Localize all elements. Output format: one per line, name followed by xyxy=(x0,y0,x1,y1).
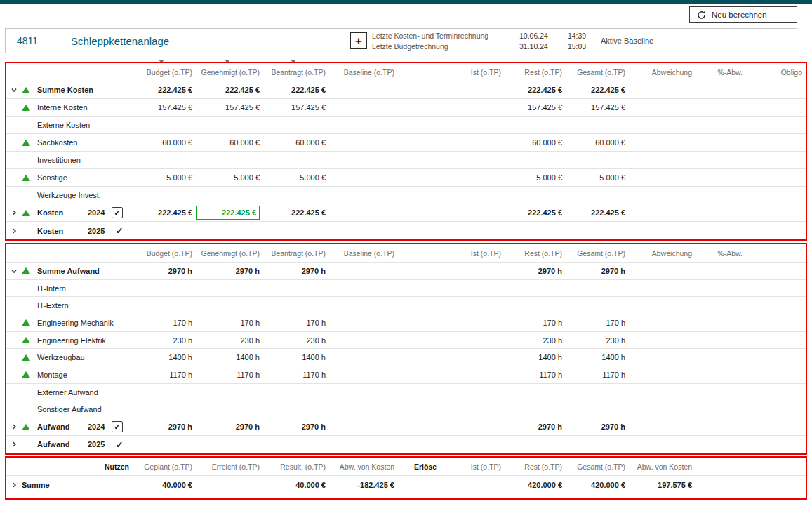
cell-obligo[interactable] xyxy=(746,169,806,186)
cell-ist-o-tp[interactable] xyxy=(398,349,505,366)
cell-abweichung[interactable] xyxy=(629,332,695,349)
cell-baseline-o-tp[interactable] xyxy=(329,134,398,151)
column-header-ist-o-tp[interactable]: Ist (o.TP) xyxy=(440,463,505,471)
cell-genehmigt-o-tp[interactable]: 222.425 € xyxy=(196,81,263,98)
cell-gesamt-o-tp[interactable]: 5.000 € xyxy=(566,169,629,186)
table-row-sonstiger-aufwand[interactable]: Sonstiger Aufwand xyxy=(6,401,806,419)
chevron-right-icon[interactable] xyxy=(11,441,22,448)
cell-baseline-o-tp[interactable] xyxy=(329,222,398,239)
cell-obligo[interactable] xyxy=(746,204,806,221)
column-header-rest-o-tp[interactable]: Rest (o.TP) xyxy=(505,68,566,77)
cell-gesamt-o-tp[interactable]: 230 h xyxy=(566,332,629,349)
cell-rest-o-tp[interactable]: 222.425 € xyxy=(505,81,566,98)
cell-rest-o-tp[interactable]: 60.000 € xyxy=(505,134,566,151)
cell-abweichung[interactable] xyxy=(629,263,695,279)
column-header-rest-o-tp[interactable]: Rest (o.TP) xyxy=(505,463,566,471)
cell-gesamt-o-tp[interactable]: 222.425 € xyxy=(566,81,629,98)
cell-abweichung[interactable] xyxy=(629,384,695,401)
table-row-aufwand-2025[interactable]: Aufwand2025✓ xyxy=(6,436,806,453)
cell-obligo[interactable] xyxy=(746,152,806,168)
cell-rest-o-tp[interactable]: 1400 h xyxy=(505,349,566,366)
cell-genehmigt-o-tp[interactable] xyxy=(196,187,263,204)
cell-result-o-tp[interactable]: 40.000 € xyxy=(263,476,329,493)
table-row-summe-aufwand[interactable]: Summe Aufwand2970 h2970 h2970 h2970 h297… xyxy=(6,263,806,280)
table-row-montage[interactable]: Montage1170 h1170 h1170 h1170 h1170 h xyxy=(6,366,806,384)
cell-obligo[interactable] xyxy=(746,187,806,204)
cell-baseline-o-tp[interactable] xyxy=(329,384,398,401)
cell-beantragt-o-tp[interactable]: 222.425 € xyxy=(263,204,329,221)
table-row-interne-kosten[interactable]: Interne Kosten157.425 €157.425 €157.425 … xyxy=(6,99,806,117)
column-header-genehmigt-o-tp[interactable]: Genehmigt (o.TP) xyxy=(196,68,263,77)
cell-gesamt-o-tp[interactable] xyxy=(566,222,629,239)
cell-gesamt-o-tp[interactable]: 2970 h xyxy=(566,263,629,279)
cell-ist-o-tp[interactable] xyxy=(398,204,505,221)
cell-obligo[interactable] xyxy=(746,222,806,239)
cell-obligo[interactable] xyxy=(746,81,806,98)
cell-budget-o-tp[interactable]: 222.425 € xyxy=(133,81,196,98)
column-header-ist-o-tp[interactable]: Ist (o.TP) xyxy=(398,68,505,77)
cell-ist-o-tp[interactable] xyxy=(398,436,505,453)
cell-beantragt-o-tp[interactable] xyxy=(263,401,329,418)
cell-budget-o-tp[interactable]: 2970 h xyxy=(133,418,196,435)
cell-abw[interactable] xyxy=(695,81,746,98)
cell-blank[interactable] xyxy=(746,297,806,314)
cell-baseline-o-tp[interactable] xyxy=(329,117,398,133)
cell-gesamt-o-tp[interactable]: 222.425 € xyxy=(566,204,629,221)
cell-budget-o-tp[interactable] xyxy=(133,436,196,453)
cell-rest-o-tp[interactable] xyxy=(505,280,566,297)
cell-rest-o-tp[interactable] xyxy=(505,222,566,239)
cell-beantragt-o-tp[interactable]: 230 h xyxy=(263,332,329,349)
cell-obligo[interactable] xyxy=(746,134,806,151)
column-header-beantragt-o-tp[interactable]: Beantragt (o.TP) xyxy=(263,68,329,77)
cell-gesamt-o-tp[interactable]: 420.000 € xyxy=(566,476,629,493)
table-row-it-intern[interactable]: IT-Intern xyxy=(6,280,806,298)
cell-ist-o-tp[interactable] xyxy=(398,263,505,279)
chevron-down-icon[interactable] xyxy=(11,86,22,93)
cell-baseline-o-tp[interactable] xyxy=(329,81,398,98)
cell-ist-o-tp[interactable] xyxy=(398,418,505,435)
cell-abweichung[interactable] xyxy=(629,297,695,314)
cell-abw[interactable] xyxy=(695,152,746,168)
cell-abw[interactable] xyxy=(695,384,746,401)
cell-genehmigt-o-tp[interactable] xyxy=(196,222,263,239)
cell-abweichung[interactable] xyxy=(629,418,695,435)
cell-blank[interactable] xyxy=(746,366,806,383)
cell-baseline-o-tp[interactable] xyxy=(329,366,398,383)
cell-gesamt-o-tp[interactable]: 60.000 € xyxy=(566,134,629,151)
cell-rest-o-tp[interactable]: 2970 h xyxy=(505,418,566,435)
cell-blank[interactable] xyxy=(746,314,806,331)
cell-budget-o-tp[interactable] xyxy=(133,187,196,204)
cell-gesamt-o-tp[interactable] xyxy=(566,401,629,418)
column-header-budget-o-tp[interactable]: Budget (o.TP) xyxy=(133,68,196,77)
cell-baseline-o-tp[interactable] xyxy=(329,152,398,168)
cell-gesamt-o-tp[interactable] xyxy=(566,187,629,204)
recalculate-button[interactable]: Neu berechnen xyxy=(689,6,797,23)
cell-abweichung[interactable] xyxy=(629,222,695,239)
column-header-gesamt-o-tp[interactable]: Gesamt (o.TP) xyxy=(566,249,629,258)
cell-ist-o-tp[interactable] xyxy=(398,134,505,151)
cell-abw-von-kosten[interactable]: 197.575 € xyxy=(629,476,695,493)
cell-blank[interactable] xyxy=(746,418,806,435)
cell-baseline-o-tp[interactable] xyxy=(329,401,398,418)
cell-genehmigt-o-tp[interactable]: 5.000 € xyxy=(196,169,263,186)
cell-gesamt-o-tp[interactable] xyxy=(566,384,629,401)
cell-baseline-o-tp[interactable] xyxy=(329,263,398,279)
cell-baseline-o-tp[interactable] xyxy=(329,418,398,435)
cell-blank[interactable] xyxy=(746,263,806,279)
cell-baseline-o-tp[interactable] xyxy=(329,436,398,453)
cell-abw[interactable] xyxy=(695,314,746,331)
column-header-gesamt-o-tp[interactable]: Gesamt (o.TP) xyxy=(566,463,629,471)
table-row-it-extern[interactable]: IT-Extern xyxy=(6,297,806,314)
cell-blank[interactable] xyxy=(746,349,806,366)
cell-gesamt-o-tp[interactable]: 2970 h xyxy=(566,418,629,435)
cell-abweichung[interactable] xyxy=(629,81,695,98)
cell-abweichung[interactable] xyxy=(629,152,695,168)
cell-abw[interactable] xyxy=(695,187,746,204)
cell-blank[interactable] xyxy=(695,476,806,493)
cell-beantragt-o-tp[interactable]: 1400 h xyxy=(263,349,329,366)
cell-ist-o-tp[interactable] xyxy=(398,366,505,383)
cell-rest-o-tp[interactable]: 5.000 € xyxy=(505,169,566,186)
cell-ist-o-tp[interactable] xyxy=(398,81,505,98)
chevron-down-icon[interactable] xyxy=(11,267,22,274)
cell-budget-o-tp[interactable]: 2970 h xyxy=(133,263,196,279)
